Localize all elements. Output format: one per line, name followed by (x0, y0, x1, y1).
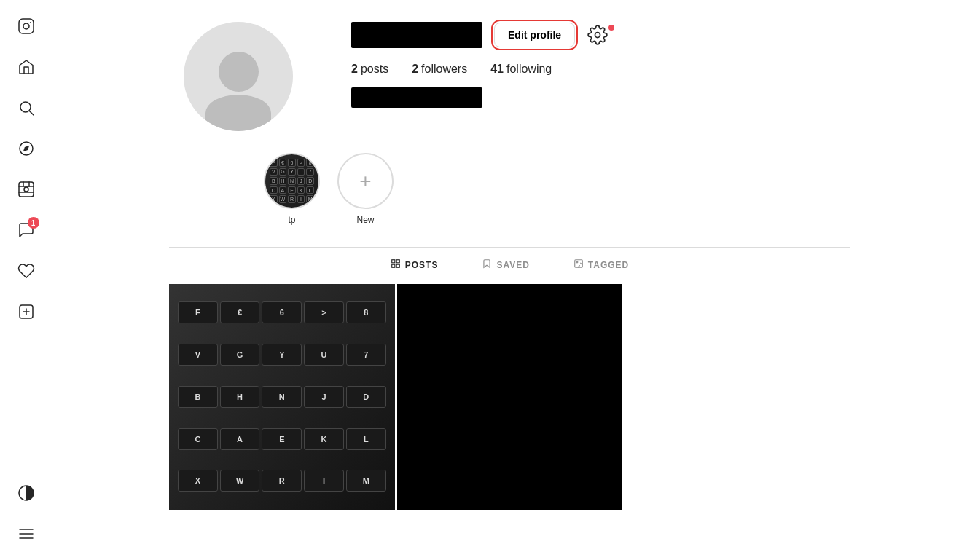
grid-item-1[interactable] (397, 284, 623, 510)
edit-profile-button[interactable]: Edit profile (494, 23, 575, 47)
svg-rect-22 (396, 260, 399, 263)
followers-count: 2 (412, 63, 418, 76)
svg-rect-21 (391, 260, 394, 263)
svg-rect-24 (391, 264, 394, 267)
home-icon[interactable] (9, 50, 44, 84)
svg-point-8 (24, 187, 28, 192)
avatar-body (205, 95, 271, 131)
create-icon[interactable] (9, 294, 44, 329)
main-content: Edit profile 2 posts 2 (52, 0, 967, 560)
profile-top-row: Edit profile (351, 22, 836, 48)
explore-icon[interactable] (9, 131, 44, 166)
messages-badge: 1 (28, 217, 39, 229)
search-icon[interactable] (9, 90, 44, 125)
bio-bar (351, 87, 482, 108)
tab-tagged-label: TAGGED (588, 260, 629, 270)
posts-stat[interactable]: 2 posts (351, 63, 388, 76)
tag-icon (573, 259, 584, 271)
settings-notification-dot (608, 25, 614, 31)
mode-toggle-icon[interactable] (9, 476, 44, 510)
svg-point-2 (30, 22, 31, 23)
avatar-head (219, 52, 259, 92)
reels-icon[interactable] (9, 172, 44, 207)
sidebar: 1 (0, 0, 52, 560)
tab-saved[interactable]: SAVED (482, 248, 529, 281)
grid-item-0[interactable]: F€6>8VGYU7BHNJDCAEKLXWRIM (169, 284, 395, 510)
story-label-tp: tp (288, 215, 295, 225)
svg-point-20 (595, 33, 600, 38)
posts-label: posts (361, 63, 388, 76)
tab-saved-label: SAVED (496, 260, 529, 270)
profile-info: Edit profile 2 posts 2 (351, 22, 836, 108)
followers-stat[interactable]: 2 followers (412, 63, 467, 76)
story-item-new[interactable]: + New (337, 153, 394, 225)
plus-icon: + (359, 170, 371, 193)
svg-marker-6 (23, 146, 28, 151)
stories-section: F€6>8VGYU7BHNJDCAEKLXWRIM tp + New (169, 146, 850, 240)
story-label-new: New (356, 215, 374, 225)
instagram-logo-icon (9, 9, 44, 44)
notifications-icon[interactable] (9, 253, 44, 288)
followers-label: followers (421, 63, 467, 76)
tabs-nav: POSTS SAVED TAGGED (169, 248, 850, 281)
avatar (184, 22, 293, 131)
profile-section: Edit profile 2 posts 2 (169, 0, 850, 146)
story-item-tp[interactable]: F€6>8VGYU7BHNJDCAEKLXWRIM tp (264, 153, 320, 225)
tab-posts-label: POSTS (405, 260, 439, 270)
svg-point-1 (23, 23, 29, 29)
following-stat[interactable]: 41 following (490, 63, 552, 76)
bookmark-icon (482, 259, 492, 271)
tab-posts[interactable]: POSTS (391, 248, 439, 281)
following-count: 41 (490, 63, 504, 76)
story-thumb-tp: F€6>8VGYU7BHNJDCAEKLXWRIM (264, 153, 320, 209)
story-add-circle[interactable]: + (337, 153, 394, 209)
black-post (397, 284, 623, 510)
avatar-container (184, 22, 293, 131)
profile-stats: 2 posts 2 followers 41 following (351, 63, 836, 76)
tab-tagged[interactable]: TAGGED (573, 248, 629, 281)
settings-icon[interactable] (587, 24, 608, 46)
svg-point-3 (20, 102, 31, 112)
svg-rect-7 (19, 182, 34, 197)
svg-rect-23 (396, 264, 399, 267)
key-grid: F€6>8VGYU7BHNJDCAEKLXWRIM (265, 154, 318, 208)
following-label: following (506, 63, 552, 76)
posts-grid: F€6>8VGYU7BHNJDCAEKLXWRIM (169, 281, 850, 513)
username-bar (351, 22, 482, 48)
svg-line-4 (29, 111, 34, 116)
messages-icon[interactable]: 1 (9, 213, 44, 248)
svg-rect-0 (19, 19, 34, 33)
svg-point-26 (576, 261, 578, 263)
grid-icon (391, 259, 401, 271)
menu-icon[interactable] (9, 516, 44, 551)
avatar-person (184, 22, 293, 131)
posts-count: 2 (351, 63, 358, 76)
keyboard-post: F€6>8VGYU7BHNJDCAEKLXWRIM (169, 284, 395, 510)
